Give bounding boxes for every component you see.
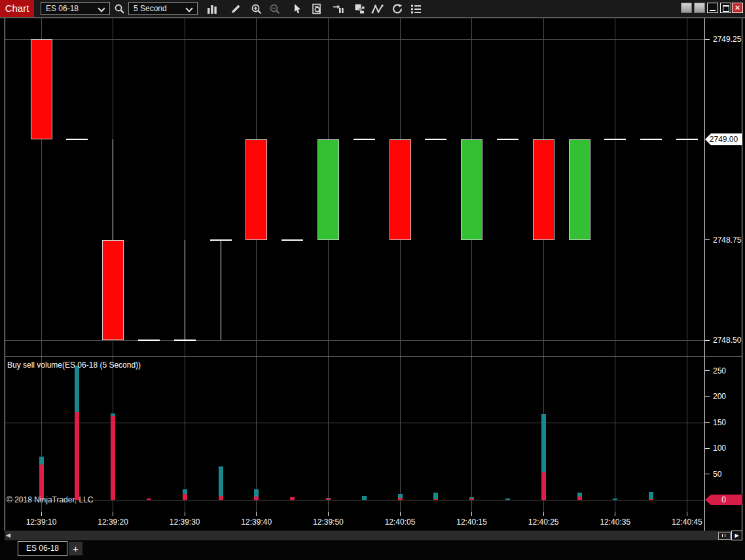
volume-axis-label: 250 bbox=[713, 366, 726, 376]
volume-bar-buy bbox=[398, 494, 403, 498]
panel-splitter[interactable] bbox=[5, 356, 742, 357]
time-axis-tick bbox=[185, 512, 185, 516]
volume-bar-sell bbox=[326, 499, 331, 500]
candle-body bbox=[31, 39, 52, 139]
volume-bar-buy bbox=[505, 499, 510, 500]
time-axis-tick bbox=[328, 512, 329, 516]
volume-bar-buy bbox=[649, 492, 653, 499]
v-gridline bbox=[471, 18, 472, 512]
v-gridline bbox=[400, 18, 401, 512]
h-gridline bbox=[5, 500, 704, 500]
volume-axis-label: 100 bbox=[713, 444, 726, 453]
volume-bar-buy bbox=[39, 457, 44, 465]
volume-bar-buy bbox=[111, 413, 115, 416]
doji-dash bbox=[66, 139, 88, 140]
volume-bar-sell bbox=[75, 412, 79, 500]
volume-zero-marker: 0 bbox=[705, 495, 742, 505]
doji-dash bbox=[354, 139, 375, 140]
candle-wick bbox=[185, 240, 185, 340]
time-axis-label: 12:40:15 bbox=[449, 517, 495, 527]
volume-bar-sell bbox=[183, 494, 187, 500]
time-axis-tick bbox=[687, 512, 687, 516]
volume-bar-sell bbox=[254, 497, 259, 500]
candle-body bbox=[569, 139, 591, 239]
time-axis-label: 12:40:05 bbox=[377, 517, 423, 527]
doji-dash bbox=[604, 139, 626, 140]
volume-bar-buy bbox=[577, 493, 582, 497]
volume-bar-sell bbox=[577, 497, 582, 500]
candle-body bbox=[245, 139, 267, 239]
scrollbar-thumb[interactable] bbox=[718, 532, 731, 540]
time-axis-label: 12:40:25 bbox=[520, 517, 566, 527]
price-axis-line bbox=[704, 18, 705, 534]
h-gridline bbox=[5, 340, 704, 341]
add-tab-button[interactable]: + bbox=[69, 542, 82, 555]
doji-dash bbox=[640, 139, 662, 140]
h-gridline bbox=[5, 39, 704, 40]
time-axis-tick bbox=[113, 512, 113, 516]
volume-bar-buy bbox=[219, 466, 223, 496]
v-gridline bbox=[615, 18, 615, 512]
volume-bar-buy bbox=[326, 498, 331, 499]
tab-bar: ES 06-18 + bbox=[0, 541, 745, 560]
volume-bar-sell bbox=[433, 499, 438, 500]
axis-tick bbox=[704, 474, 710, 474]
time-axis-label: 12:40:35 bbox=[592, 517, 638, 527]
axis-tick bbox=[704, 239, 710, 240]
doji-dash bbox=[497, 139, 518, 140]
volume-axis-label: 150 bbox=[713, 418, 726, 427]
volume-bar-buy bbox=[362, 496, 367, 500]
candle-body bbox=[102, 240, 124, 340]
volume-bar-sell bbox=[469, 499, 474, 500]
time-axis-tick bbox=[256, 512, 257, 516]
volume-bar-sell bbox=[290, 497, 295, 500]
candle-body bbox=[533, 139, 554, 239]
axis-right-border bbox=[742, 18, 742, 534]
candle-body bbox=[461, 139, 482, 239]
chart-left-border bbox=[5, 18, 5, 534]
volume-bar-buy bbox=[613, 499, 617, 500]
tab-es-06-18[interactable]: ES 06-18 bbox=[18, 541, 67, 556]
candle-body bbox=[318, 139, 339, 239]
axis-tick bbox=[704, 370, 710, 371]
v-gridline bbox=[687, 18, 687, 512]
chart-window: Chart ES 06-18 5 Second bbox=[0, 0, 745, 560]
time-axis-label: 12:39:20 bbox=[90, 517, 136, 527]
time-axis-tick bbox=[41, 512, 42, 516]
volume-bar-sell bbox=[219, 496, 223, 500]
horizontal-scrollbar[interactable]: ◀ ▶ bbox=[5, 531, 740, 540]
doji-dash bbox=[174, 340, 196, 341]
h-gridline bbox=[5, 423, 704, 423]
time-axis-tick bbox=[400, 512, 401, 516]
price-axis-label: 2748.50 bbox=[713, 336, 741, 345]
last-price-marker: 2749.00 bbox=[705, 133, 742, 145]
volume-bar-sell bbox=[398, 498, 403, 500]
doji-dash bbox=[282, 239, 303, 241]
time-axis-label: 12:39:10 bbox=[18, 517, 64, 527]
axis-tick bbox=[704, 448, 710, 449]
time-axis-tick bbox=[543, 512, 544, 516]
axis-tick bbox=[704, 39, 710, 40]
price-axis-label: 2748.75 bbox=[713, 236, 741, 245]
volume-bar-buy bbox=[75, 366, 79, 412]
scroll-left-icon[interactable]: ◀ bbox=[6, 531, 10, 540]
volume-indicator-label: Buy sell volume(ES 06-18 (5 Second)) bbox=[7, 360, 141, 370]
time-axis-tick bbox=[471, 512, 472, 516]
volume-bar-buy bbox=[254, 489, 259, 497]
candle-wick bbox=[221, 240, 221, 340]
time-axis-label: 12:39:30 bbox=[162, 517, 208, 527]
v-gridline bbox=[328, 18, 329, 512]
doji-dash bbox=[210, 239, 232, 241]
chart-plot-area[interactable]: 2749.252748.752748.502502001501005012:39… bbox=[0, 0, 745, 560]
candle-body bbox=[390, 139, 411, 239]
volume-bar-buy bbox=[433, 493, 438, 499]
volume-axis-label: 200 bbox=[713, 392, 726, 401]
axis-tick bbox=[704, 422, 710, 423]
volume-bar-sell bbox=[39, 464, 44, 500]
volume-bar-sell bbox=[111, 416, 115, 500]
time-axis-label: 12:39:50 bbox=[305, 517, 351, 527]
volume-bar-sell bbox=[649, 499, 653, 500]
time-axis-label: 12:40:45 bbox=[664, 517, 710, 527]
time-axis-tick bbox=[615, 512, 615, 516]
scroll-right-icon[interactable]: ▶ bbox=[731, 531, 742, 540]
